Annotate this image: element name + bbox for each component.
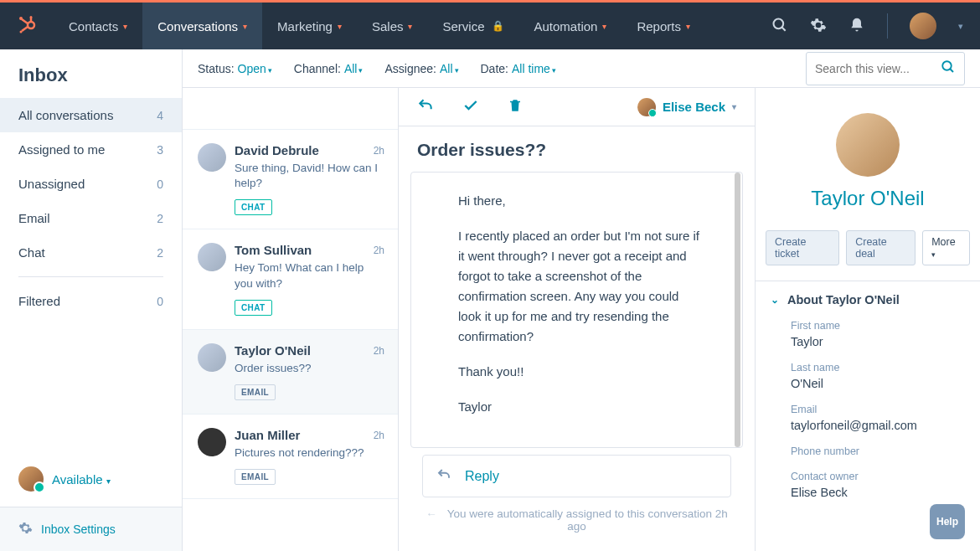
avatar xyxy=(198,343,226,372)
reply-input[interactable]: Reply xyxy=(422,455,731,497)
nav-contacts[interactable]: Contacts▾ xyxy=(54,3,142,49)
filter-assignee[interactable]: Assignee:All▾ xyxy=(384,62,458,75)
reply-icon xyxy=(436,467,451,485)
avatar xyxy=(18,466,44,492)
svg-point-7 xyxy=(774,18,784,28)
conversation-name: Taylor O'Neil xyxy=(235,343,383,358)
nav-automation[interactable]: Automation▾ xyxy=(519,3,622,49)
svg-point-6 xyxy=(30,16,33,18)
create-deal-button[interactable]: Create deal xyxy=(846,230,916,265)
nav-marketing-label: Marketing xyxy=(277,19,333,33)
chevron-down-icon[interactable]: ▾ xyxy=(958,21,963,32)
sidebar-item-chat[interactable]: Chat2 xyxy=(0,235,182,270)
inbox-settings-link[interactable]: Inbox Settings xyxy=(0,507,182,551)
nav-conversations[interactable]: Conversations▾ xyxy=(142,3,262,49)
sidebar-item-all[interactable]: All conversations4 xyxy=(0,98,182,132)
filter-channel[interactable]: Channel:All▾ xyxy=(294,62,364,75)
presence-dropdown[interactable]: Available ▾ xyxy=(52,472,111,487)
sidebar-item-unassigned[interactable]: Unassigned0 xyxy=(0,167,182,201)
field-label: Phone number xyxy=(791,445,965,457)
filter-date[interactable]: Date:All time▾ xyxy=(481,62,556,75)
conversation-item[interactable]: Tom Sullivan Hey Tom! What can I help yo… xyxy=(183,229,398,329)
search-input[interactable] xyxy=(806,52,965,85)
svg-line-10 xyxy=(950,69,953,72)
nav-reports[interactable]: Reports▾ xyxy=(622,3,705,49)
hubspot-logo[interactable] xyxy=(17,15,37,38)
nav-marketing[interactable]: Marketing▾ xyxy=(262,3,357,49)
about-accordion-toggle[interactable]: ⌄About Taylor O'Neil xyxy=(771,293,965,306)
conversation-name: Juan Miller xyxy=(235,428,383,442)
conversation-preview: Pictures not rendering??? xyxy=(235,445,383,461)
email-field[interactable]: taylorfoneil@gmail.com xyxy=(791,419,965,432)
channel-chip: CHAT xyxy=(235,300,272,316)
avatar xyxy=(198,143,226,172)
chevron-down-icon: ⌄ xyxy=(771,294,779,306)
assignee-dropdown[interactable]: Elise Beck ▾ xyxy=(637,98,736,116)
last-name-field[interactable]: O'Neil xyxy=(791,377,965,390)
nav-service[interactable]: Service🔒 xyxy=(427,3,518,49)
sidebar-item-label: Filtered xyxy=(18,294,60,308)
svg-line-2 xyxy=(22,27,28,31)
sidebar-count: 4 xyxy=(157,109,163,122)
sidebar-item-label: All conversations xyxy=(18,108,113,122)
sidebar-item-filtered[interactable]: Filtered0 xyxy=(0,284,182,318)
channel-chip: EMAIL xyxy=(235,469,276,485)
sidebar-item-label: Unassigned xyxy=(18,177,85,191)
sidebar-count: 3 xyxy=(157,143,163,157)
search-icon xyxy=(941,59,956,77)
first-name-field[interactable]: Taylor xyxy=(791,335,965,348)
about-label: About Taylor O'Neil xyxy=(787,293,900,306)
gear-icon[interactable] xyxy=(810,17,827,36)
conversation-time: 2h xyxy=(374,145,384,157)
sidebar-item-label: Email xyxy=(18,211,50,225)
svg-point-9 xyxy=(942,61,952,70)
nav-sales[interactable]: Sales▾ xyxy=(357,3,428,49)
conversation-time: 2h xyxy=(374,245,384,256)
search-icon[interactable] xyxy=(771,17,788,36)
check-icon[interactable] xyxy=(462,97,479,116)
svg-point-3 xyxy=(19,17,23,20)
svg-line-1 xyxy=(22,19,28,23)
nav-automation-label: Automation xyxy=(534,19,598,33)
subject-line: Order issues?? xyxy=(399,126,755,172)
reply-label: Reply xyxy=(465,469,499,484)
bell-icon[interactable] xyxy=(848,17,865,36)
sidebar-item-label: Assigned to me xyxy=(18,142,105,157)
field-label: First name xyxy=(791,320,965,332)
conversation-time: 2h xyxy=(374,430,384,441)
field-label: Contact owner xyxy=(791,471,965,482)
channel-chip: CHAT xyxy=(235,199,272,215)
gear-icon xyxy=(18,521,33,538)
reply-icon[interactable] xyxy=(417,97,434,116)
trash-icon[interactable] xyxy=(508,98,523,116)
nav-contacts-label: Contacts xyxy=(69,19,118,33)
sidebar-item-label: Chat xyxy=(18,245,45,260)
contact-name[interactable]: Taylor O'Neil xyxy=(764,187,972,210)
assignee-name: Elise Beck xyxy=(663,100,725,114)
svg-line-8 xyxy=(782,27,786,30)
nav-sales-label: Sales xyxy=(372,19,404,33)
scrollbar[interactable] xyxy=(735,173,740,447)
avatar xyxy=(198,428,226,456)
conversation-preview: Sure thing, David! How can I help? xyxy=(235,161,383,191)
sidebar-item-assigned[interactable]: Assigned to me3 xyxy=(0,132,182,167)
more-button[interactable]: More ▾ xyxy=(922,230,970,265)
conversation-item[interactable]: Juan Miller Pictures not rendering??? EM… xyxy=(183,415,398,499)
channel-chip: EMAIL xyxy=(235,384,276,400)
help-button[interactable]: Help xyxy=(930,504,965,539)
nav-service-label: Service xyxy=(442,19,484,33)
owner-field[interactable]: Elise Beck xyxy=(791,486,965,499)
avatar xyxy=(198,243,226,271)
create-ticket-button[interactable]: Create ticket xyxy=(766,230,839,265)
sidebar-item-email[interactable]: Email2 xyxy=(0,201,182,235)
conversation-item[interactable]: David Debrule Sure thing, David! How can… xyxy=(183,130,398,229)
conversation-time: 2h xyxy=(374,345,384,357)
avatar[interactable] xyxy=(910,13,936,39)
conversation-item[interactable]: Taylor O'Neil Order issues?? EMAIL 2h xyxy=(183,330,398,415)
contact-avatar[interactable] xyxy=(836,113,900,177)
sidebar-count: 0 xyxy=(157,178,163,191)
filter-status[interactable]: Status:Open▾ xyxy=(198,62,272,75)
svg-point-4 xyxy=(20,30,23,33)
nav-conversations-label: Conversations xyxy=(157,19,238,33)
conversation-preview: Hey Tom! What can I help you with? xyxy=(235,260,383,291)
